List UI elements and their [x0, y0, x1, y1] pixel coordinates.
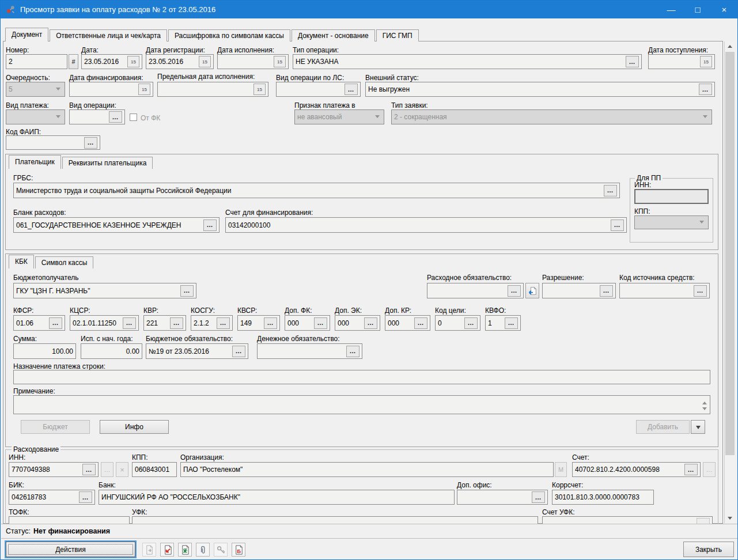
- vertical-scrollbar[interactable]: [724, 41, 735, 523]
- ellipsis-button[interactable]: …: [109, 111, 122, 123]
- kvsr-field[interactable]: 149 …: [237, 315, 280, 331]
- tab-kbk[interactable]: КБК: [9, 255, 34, 268]
- pp-inn-field[interactable]: [634, 189, 709, 204]
- calendar-button[interactable]: 15: [700, 56, 712, 67]
- org-m-button[interactable]: М: [555, 462, 567, 477]
- attachments-button[interactable]: [196, 543, 210, 557]
- ellipsis-button[interactable]: …: [508, 285, 521, 297]
- add-button[interactable]: Добавить: [636, 420, 690, 434]
- exec-date-field[interactable]: 15: [217, 54, 289, 69]
- date-field[interactable]: 23.05.2016 15: [81, 54, 142, 69]
- ellipsis-button[interactable]: …: [232, 346, 245, 357]
- ellipsis-button[interactable]: …: [84, 137, 97, 149]
- purpose-field[interactable]: [13, 370, 710, 384]
- ellipsis-button[interactable]: …: [464, 317, 478, 329]
- ellipsis-button[interactable]: …: [314, 317, 327, 329]
- ellipsis-button[interactable]: …: [604, 185, 617, 196]
- kvr-field[interactable]: 221 …: [143, 315, 186, 331]
- permission-field[interactable]: …: [542, 283, 616, 298]
- org-field[interactable]: ПАО "Ростелеком": [180, 462, 554, 477]
- ellipsis-button[interactable]: …: [699, 84, 712, 95]
- ellipsis-button[interactable]: …: [123, 317, 136, 329]
- actions-button[interactable]: Действия: [6, 542, 135, 557]
- bik-field[interactable]: 042618783 …: [9, 490, 95, 505]
- ellipsis-button[interactable]: …: [170, 317, 183, 329]
- calendar-button[interactable]: 15: [274, 56, 286, 67]
- ellipsis-button[interactable]: …: [180, 285, 194, 297]
- kfsr-field[interactable]: 01.06 …: [13, 315, 65, 331]
- bank-field[interactable]: ИНГУШСКИЙ РФ АО "РОССЕЛЬХОЗБАНК": [99, 490, 455, 505]
- tab-gis-gmp[interactable]: ГИС ГМП: [376, 29, 419, 41]
- operation-kind-field[interactable]: …: [69, 109, 125, 124]
- calendar-button[interactable]: 15: [138, 84, 150, 95]
- amount-field[interactable]: 100.00: [13, 343, 76, 359]
- tab-platelshchik[interactable]: Плательщик: [9, 155, 61, 169]
- ellipsis-button[interactable]: …: [414, 317, 427, 329]
- reg-date-field[interactable]: 23.05.2016 15: [146, 54, 214, 69]
- signature-button[interactable]: [214, 543, 228, 557]
- maximize-button[interactable]: □: [684, 1, 711, 18]
- kvfo-field[interactable]: 1 …: [485, 315, 521, 331]
- scrollbar-thumb[interactable]: [725, 52, 735, 455]
- dop-ek-field[interactable]: 000 …: [335, 315, 380, 331]
- note-textarea[interactable]: [13, 395, 710, 414]
- operation-type-field[interactable]: НЕ УКАЗАНА …: [293, 54, 642, 69]
- budget-button[interactable]: Бюджет: [21, 420, 90, 434]
- tab-dokument-osnovanie[interactable]: Документ - основание: [292, 29, 375, 41]
- tab-simvol-kassy[interactable]: Символ кассы: [35, 256, 93, 268]
- dop-office-field[interactable]: …: [457, 490, 548, 505]
- ellipsis-button[interactable]: …: [694, 285, 707, 297]
- source-code-field[interactable]: …: [619, 283, 710, 298]
- excel-export-button[interactable]: [178, 543, 192, 557]
- tab-rasshifrovka[interactable]: Расшифровка по символам кассы: [168, 29, 290, 41]
- payment-kind-combo[interactable]: [6, 109, 65, 124]
- ellipsis-button[interactable]: …: [532, 491, 545, 503]
- ellipsis-button[interactable]: …: [684, 464, 698, 475]
- ellipsis-button[interactable]: …: [611, 220, 624, 231]
- budget-obligation-field[interactable]: №19 от 23.05.2016 …: [146, 343, 248, 359]
- expense-blank-field[interactable]: 061_ГОСУДАРСТВЕННОЕ КАЗЕННОЕ УЧРЕЖДЕН …: [13, 217, 219, 233]
- ellipsis-button[interactable]: …: [79, 491, 92, 503]
- budget-document-button[interactable]: Б: [232, 543, 245, 557]
- ellipsis-button[interactable]: …: [203, 220, 217, 231]
- fin-date-field[interactable]: 15: [69, 82, 153, 97]
- deadline-date-field[interactable]: 15: [157, 82, 268, 97]
- grbs-field[interactable]: Министерство труда и социальной защиты Р…: [13, 183, 620, 198]
- external-status-field[interactable]: Не выгружен …: [365, 82, 715, 97]
- exp-account-field[interactable]: 40702.810.2.4200.0000598 …: [572, 462, 701, 477]
- ellipsis-button[interactable]: …: [346, 346, 359, 357]
- account-lookup-button[interactable]: …: [703, 462, 716, 477]
- autonumber-button[interactable]: #: [69, 54, 78, 69]
- payment-flag-combo[interactable]: не авансовый: [294, 109, 384, 124]
- fin-account-field[interactable]: 03142000100 …: [225, 217, 627, 233]
- scroll-down-button[interactable]: [725, 513, 735, 523]
- minimize-button[interactable]: —: [658, 1, 684, 18]
- ellipsis-button[interactable]: …: [345, 84, 358, 95]
- ellipsis-button[interactable]: …: [82, 464, 96, 475]
- ellipsis-button[interactable]: …: [364, 317, 377, 329]
- request-type-combo[interactable]: 2 - сокращенная: [391, 109, 712, 124]
- close-button[interactable]: Закрыть: [683, 542, 734, 557]
- number-field[interactable]: 2: [6, 54, 67, 69]
- copy-from-document-button[interactable]: [525, 283, 539, 298]
- calendar-button[interactable]: 15: [127, 56, 139, 67]
- kosgu-field[interactable]: 2.1.2 …: [191, 315, 233, 331]
- exp-inn-field[interactable]: 7707049388 …: [9, 462, 99, 477]
- kcsr-field[interactable]: 02.1.01.11250 …: [70, 315, 139, 331]
- info-button[interactable]: Инфо: [100, 420, 169, 434]
- incoming-date-field[interactable]: 15: [648, 54, 715, 69]
- inn-lookup-button[interactable]: …: [101, 462, 113, 477]
- tab-otvetstvennye-lica[interactable]: Ответственные лица и чек/карта: [50, 29, 167, 41]
- calendar-button[interactable]: 15: [253, 84, 266, 95]
- dop-kr-field[interactable]: 000 …: [385, 315, 430, 331]
- add-dropdown-button[interactable]: [691, 420, 705, 434]
- ellipsis-button[interactable]: …: [600, 285, 613, 297]
- expense-obligation-field[interactable]: …: [427, 283, 524, 298]
- ellipsis-button[interactable]: …: [217, 317, 230, 329]
- export-document-button[interactable]: [160, 543, 174, 557]
- scroll-up-button[interactable]: [725, 41, 735, 51]
- tab-rekvizity-platelshchika[interactable]: Реквизиты плательщика: [62, 157, 153, 169]
- ls-operation-kind-field[interactable]: …: [276, 82, 361, 97]
- corr-account-field[interactable]: 30101.810.3.0000.0000783: [552, 490, 654, 505]
- inn-clear-button[interactable]: ×: [116, 462, 128, 477]
